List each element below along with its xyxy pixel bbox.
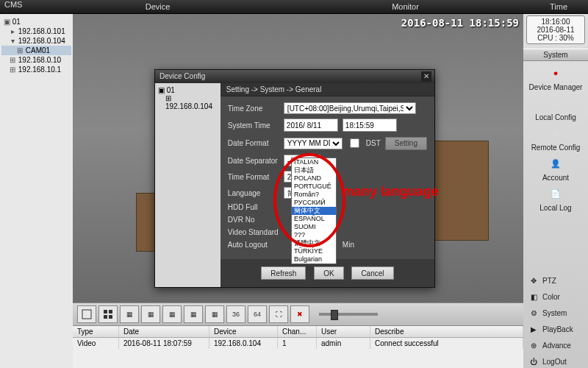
- layout-8-button[interactable]: ▦: [141, 305, 160, 323]
- label-language: Language: [228, 189, 279, 197]
- layout-25-button[interactable]: ▦: [205, 305, 224, 323]
- close-icon[interactable]: ✕: [421, 71, 431, 82]
- system-time-input[interactable]: [343, 118, 397, 132]
- log-col-user[interactable]: User: [317, 326, 370, 337]
- language-option[interactable]: 日本語: [292, 166, 336, 174]
- log-header: Type Date Device Chan... User Describe: [73, 326, 523, 338]
- language-option[interactable]: Român?: [292, 191, 336, 199]
- top-bar: CMS Device Monitor Time: [0, 0, 588, 14]
- tab-monitor[interactable]: Monitor: [282, 0, 529, 13]
- layout-toolbar: ▦ ▦ ▦ ▦ ▦ 36 64 ⛶ ✖: [73, 302, 523, 326]
- language-option[interactable]: TÜRKİYE: [292, 247, 336, 255]
- log-icon[interactable]: 📄: [547, 185, 564, 202]
- right-panel: 18:16:00 2016-08-11 CPU : 30% System ● D…: [523, 14, 588, 368]
- log-col-type[interactable]: Type: [73, 326, 119, 337]
- timezone-select[interactable]: [UTC+08:00]Beijing,Urumqi,Taipei,Singapo…: [284, 102, 416, 114]
- log-col-desc[interactable]: Describe: [370, 326, 523, 337]
- cancel-button[interactable]: Cancel: [351, 266, 393, 280]
- clock-date: 2016-08-11: [527, 26, 584, 34]
- layout-36-button[interactable]: 36: [226, 305, 245, 323]
- playback-button[interactable]: ▶PlayBack: [525, 322, 587, 336]
- logout-icon: ⏻: [528, 355, 539, 367]
- label-hddfull: HDD Full: [228, 203, 279, 211]
- language-dropdown-list[interactable]: ITALIAN日本語POLANDPORTUGUÊRomân?РУССКИЙ簡体中…: [291, 158, 337, 264]
- label-min: Min: [343, 241, 354, 249]
- account-icon[interactable]: 👤: [547, 155, 564, 172]
- tab-device[interactable]: Device: [34, 0, 282, 13]
- account-button[interactable]: Account: [542, 174, 569, 182]
- language-option[interactable]: ITALIAN: [292, 158, 336, 166]
- language-option[interactable]: POLAND: [292, 174, 336, 183]
- local-config-button[interactable]: Local Config: [535, 113, 576, 121]
- video-timestamp: 2016-08-11 18:15:59: [401, 17, 519, 29]
- refresh-button[interactable]: Refresh: [261, 266, 306, 280]
- dialog-titlebar[interactable]: Device Config ✕: [155, 70, 434, 83]
- device-manager-button[interactable]: Device Manager: [529, 83, 583, 91]
- breadcrumb: Setting -> System -> General: [220, 83, 434, 96]
- log-panel: Type Date Device Chan... User Describe V…: [73, 326, 523, 368]
- advance-icon: ⊕: [528, 339, 539, 351]
- language-option[interactable]: Bulgarian: [292, 255, 336, 263]
- record-icon[interactable]: ●: [547, 64, 564, 82]
- advance-button[interactable]: ⊕Advance: [525, 338, 587, 353]
- tree-item[interactable]: ⊞ CAM01: [1, 46, 71, 55]
- label-vstd: Video Standard: [228, 228, 279, 236]
- tree-root[interactable]: ▣ 01: [1, 17, 71, 26]
- language-option[interactable]: ESPAÑOL: [292, 215, 336, 223]
- gear-icon[interactable]: ⚙: [547, 94, 564, 112]
- clock-time: 18:16:00: [527, 18, 584, 26]
- section-system: System: [523, 49, 588, 61]
- layout-64-button[interactable]: 64: [248, 305, 267, 323]
- layout-6-button[interactable]: ▦: [120, 305, 139, 323]
- system-date-input[interactable]: [284, 118, 338, 132]
- svg-rect-2: [109, 310, 112, 314]
- language-option[interactable]: РУССКИЙ: [292, 199, 336, 207]
- language-option[interactable]: SUOMI: [292, 223, 336, 231]
- dialog-title: Device Config: [159, 72, 205, 80]
- log-row[interactable]: Video 2016-08-11 18:07:59 192.168.0.104 …: [73, 338, 523, 349]
- gear-icon: ⚙: [528, 307, 539, 319]
- dialog-tree[interactable]: ▣ 01 ⊞ 192.168.0.104: [155, 83, 220, 287]
- logout-button[interactable]: ⏻LogOut: [525, 354, 587, 368]
- cpu-usage: CPU : 30%: [527, 34, 584, 42]
- language-option[interactable]: PORTUGUÊ: [292, 183, 336, 191]
- dialog-tree-root[interactable]: ▣ 01: [158, 86, 218, 94]
- label-dst: DST: [366, 139, 381, 147]
- mute-button[interactable]: ✖: [290, 305, 309, 323]
- tree-item[interactable]: ⊞ 192.168.0.10: [1, 55, 71, 65]
- color-icon: ◧: [528, 291, 539, 302]
- layout-16-button[interactable]: ▦: [184, 305, 203, 323]
- language-option[interactable]: 簡体中文: [292, 207, 336, 215]
- ok-button[interactable]: OK: [314, 266, 343, 280]
- dst-checkbox[interactable]: [350, 138, 359, 148]
- system-button[interactable]: ⚙System: [525, 305, 587, 320]
- language-option[interactable]: ???: [292, 231, 336, 239]
- log-col-date[interactable]: Date: [119, 326, 209, 337]
- log-col-channel[interactable]: Chan...: [278, 326, 317, 337]
- svg-rect-3: [104, 315, 107, 319]
- ptz-button[interactable]: ✥PTZ: [525, 273, 587, 288]
- log-col-device[interactable]: Device: [209, 326, 278, 337]
- local-log-button[interactable]: Local Log: [539, 204, 571, 212]
- tree-item[interactable]: ⊞ 192.168.10.1: [1, 65, 71, 74]
- color-button[interactable]: ◧Color: [525, 289, 587, 304]
- tab-time[interactable]: Time: [529, 0, 588, 13]
- tree-item[interactable]: ▸ 192.168.0.101: [1, 26, 71, 36]
- dateformat-select[interactable]: YYYY MM DD: [284, 138, 343, 149]
- tree-item[interactable]: ▾ 192.168.0.104: [1, 36, 71, 46]
- layout-9-button[interactable]: ▦: [162, 305, 182, 323]
- remote-config-button[interactable]: Remote Config: [531, 144, 581, 152]
- language-option[interactable]: 繁體中文: [292, 239, 336, 247]
- layout-1-button[interactable]: [77, 305, 96, 323]
- label-datesep: Date Separator: [228, 157, 279, 165]
- svg-rect-4: [109, 315, 112, 319]
- dialog-tree-item[interactable]: ⊞ 192.168.0.104: [158, 94, 218, 110]
- label-autologout: Auto Logout: [228, 241, 279, 249]
- volume-slider[interactable]: [319, 313, 378, 316]
- device-tree[interactable]: ▣ 01 ▸ 192.168.0.101 ▾ 192.168.0.104 ⊞ C…: [0, 14, 73, 368]
- layout-4-button[interactable]: [98, 305, 118, 323]
- play-icon: ▶: [528, 323, 539, 335]
- fullscreen-button[interactable]: ⛶: [269, 305, 288, 323]
- dst-setting-button[interactable]: Setting: [385, 137, 427, 150]
- remote-gear-icon[interactable]: ⚙: [547, 124, 564, 142]
